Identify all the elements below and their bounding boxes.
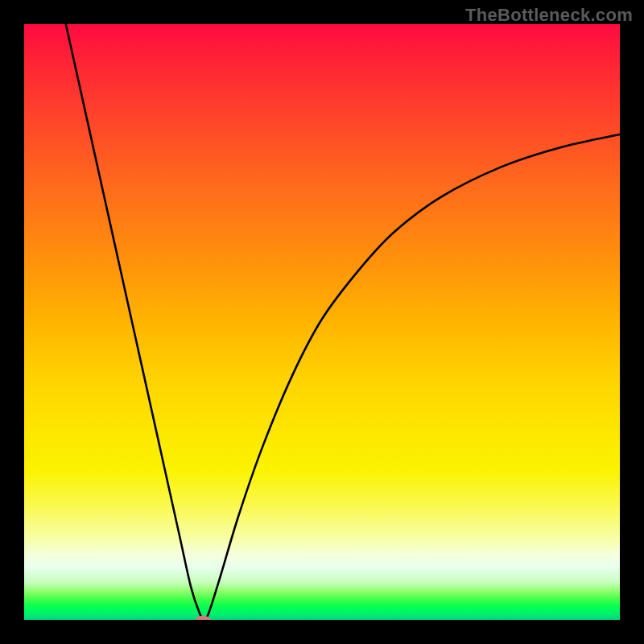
watermark-text: TheBottleneck.com [465, 5, 633, 26]
curve-path [66, 24, 620, 620]
plot-area [24, 24, 620, 620]
curve-svg [24, 24, 620, 620]
chart-container: TheBottleneck.com [0, 0, 644, 644]
